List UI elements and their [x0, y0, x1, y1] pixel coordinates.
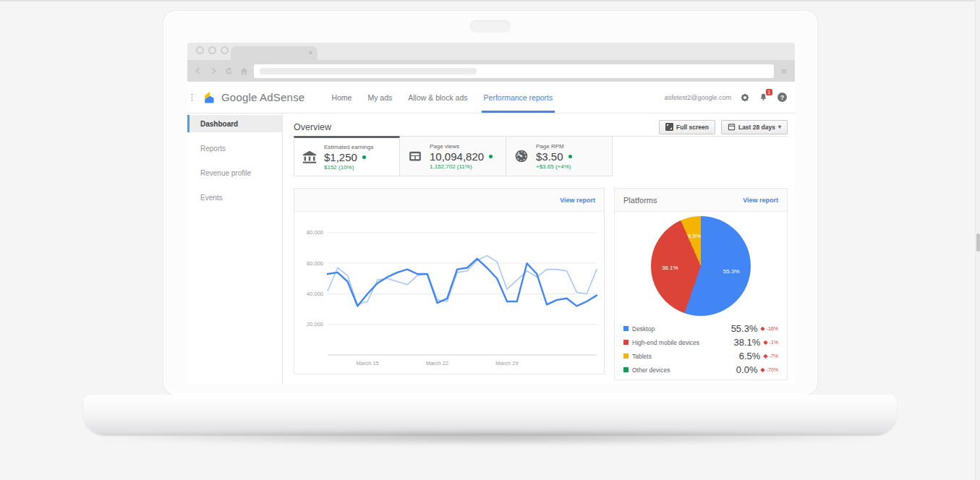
card-page-views[interactable]: Page views 10,094,820 1,152,702 (11%): [400, 136, 506, 176]
browser-tab-bar: ×: [187, 43, 795, 60]
metric-cards: Estimated earnings $1,250 $152 (10%): [294, 136, 613, 176]
card-value: 10,094,820: [430, 150, 493, 163]
card-value: $3.50: [536, 150, 572, 163]
pie-slice-label: 6.5%: [688, 233, 701, 239]
positive-indicator-dot: [489, 155, 493, 158]
notification-count-badge: 1: [766, 89, 772, 95]
legend-swatch: [623, 340, 629, 345]
nav-performance-reports[interactable]: Performance reports: [476, 82, 561, 113]
legend-item-other: Other devices 0.0% ◆ -70%: [623, 363, 778, 377]
help-icon[interactable]: ?: [777, 92, 788, 103]
legend-swatch: [623, 367, 629, 372]
tab-close-icon[interactable]: ×: [309, 50, 312, 56]
notifications-bell-icon[interactable]: 1: [758, 92, 769, 103]
earnings-trend-panel: View report 20,00040,00060,00080,000Marc…: [294, 188, 605, 374]
legend-item-desktop: Desktop 55.3% ◆ -16%: [623, 322, 778, 335]
card-label: Page RPM: [536, 143, 572, 150]
primary-nav: Home My ads Allow & block ads Performanc…: [323, 82, 561, 113]
card-label: Page views: [430, 143, 493, 150]
svg-text:March 29: March 29: [495, 360, 518, 367]
pie-chart-area: 55.3%38.1%6.5%: [615, 212, 787, 320]
kebab-menu-icon[interactable]: ⋮: [188, 93, 194, 102]
browser-menu-icon[interactable]: ≡: [779, 66, 789, 76]
header-actions: asfetest2@google.com: [665, 92, 788, 103]
window-minimize-button[interactable]: [208, 46, 216, 54]
full-screen-button[interactable]: Full screen: [659, 120, 715, 134]
positive-indicator-dot: [362, 155, 366, 159]
refresh-icon[interactable]: [223, 66, 234, 76]
legend-swatch: [623, 326, 629, 331]
page-background: × ≡: [0, 0, 980, 480]
card-delta: 1,152,702 (11%): [430, 163, 493, 170]
top-divider: [0, 0, 980, 1]
page-scrollbar-thumb[interactable]: [976, 233, 980, 252]
nav-home[interactable]: Home: [323, 82, 359, 113]
home-icon[interactable]: [239, 66, 249, 76]
sidebar-item-dashboard[interactable]: Dashboard: [187, 115, 282, 132]
chevron-down-icon: ▾: [778, 124, 781, 130]
view-report-link[interactable]: View report: [743, 197, 778, 204]
calendar-icon: [728, 123, 736, 131]
card-label: Estimated earnings: [324, 144, 373, 150]
legend-swatch: [623, 353, 629, 359]
card-delta: +$3.65 (+4%): [536, 163, 572, 170]
sidebar-item-revenue-profile[interactable]: Revenue profile: [187, 164, 282, 181]
browser-tab[interactable]: ×: [231, 46, 318, 60]
svg-text:60,000: 60,000: [307, 260, 323, 267]
svg-text:80,000: 80,000: [307, 229, 323, 236]
address-bar[interactable]: [254, 64, 774, 78]
nav-allow-block-ads[interactable]: Allow & block ads: [400, 82, 475, 113]
panel-header: Platforms View report: [615, 189, 787, 212]
gauge-icon: [512, 149, 531, 163]
adsense-page: ⋮ Google AdSense Home My ads Allow & blo…: [187, 82, 795, 384]
laptop-mockup: × ≡: [163, 10, 818, 395]
negative-change-icon: ◆: [763, 339, 767, 346]
panel-header: View report: [294, 189, 604, 212]
svg-text:20,000: 20,000: [307, 321, 323, 327]
negative-change-icon: ◆: [761, 325, 765, 332]
pie-slice-label: 38.1%: [662, 264, 678, 270]
line-chart: 20,00040,00060,00080,000March 15March 22…: [294, 212, 604, 374]
brand-title: Google AdSense: [221, 91, 304, 103]
card-delta: $152 (10%): [324, 164, 373, 171]
page-scrollbar[interactable]: [975, 0, 980, 480]
adsense-body: Dashboard Reports Revenue profile Events…: [187, 113, 795, 384]
platforms-panel: Platforms View report 55.3%38.1%6.5%: [614, 188, 788, 380]
window-controls: [196, 46, 229, 54]
date-range-button[interactable]: Last 28 days ▾: [721, 120, 788, 134]
svg-text:40,000: 40,000: [307, 291, 323, 297]
sidebar: Dashboard Reports Revenue profile Events: [187, 113, 283, 384]
pie-chart: 55.3%38.1%6.5%: [651, 216, 751, 316]
laptop-camera: [470, 20, 511, 33]
view-report-link[interactable]: View report: [560, 197, 595, 204]
page-views-icon: [406, 150, 425, 163]
forward-icon[interactable]: [208, 66, 218, 76]
window-close-button[interactable]: [196, 46, 204, 54]
back-icon[interactable]: [193, 66, 203, 76]
svg-text:March 15: March 15: [356, 360, 378, 367]
fullscreen-icon: [665, 123, 673, 131]
legend-item-tablets: Tablets 6.5% ◆ -7%: [623, 349, 778, 363]
card-value: $1,250: [324, 151, 373, 163]
laptop-shadow: [87, 429, 893, 445]
nav-my-ads[interactable]: My ads: [359, 82, 400, 113]
sidebar-item-reports[interactable]: Reports: [187, 140, 282, 157]
legend-item-mobile: High-end mobile devices 38.1% ◆ -1%: [623, 335, 778, 349]
positive-indicator-dot: [568, 155, 572, 158]
sidebar-item-events[interactable]: Events: [187, 189, 282, 206]
overview-header: Overview Full screen Last 28 days ▾: [294, 118, 788, 137]
settings-gear-icon[interactable]: [739, 92, 750, 103]
url-placeholder: [260, 68, 477, 74]
negative-change-icon: ◆: [763, 353, 767, 359]
account-email: asfetest2@google.com: [665, 94, 731, 101]
adsense-header: ⋮ Google AdSense Home My ads Allow & blo…: [187, 82, 795, 113]
pie-slice-label: 55.3%: [723, 268, 740, 275]
svg-text:March 22: March 22: [426, 360, 448, 367]
window-maximize-button[interactable]: [221, 46, 229, 54]
browser-toolbar: ≡: [187, 60, 795, 82]
bank-icon: [300, 150, 319, 164]
card-page-rpm[interactable]: Page RPM $3.50 +$3.65 (+4%): [506, 136, 613, 176]
page-title: Overview: [294, 122, 331, 132]
main-content: Overview Full screen Last 28 days ▾: [283, 113, 795, 384]
card-estimated-earnings[interactable]: Estimated earnings $1,250 $152 (10%): [294, 136, 400, 176]
